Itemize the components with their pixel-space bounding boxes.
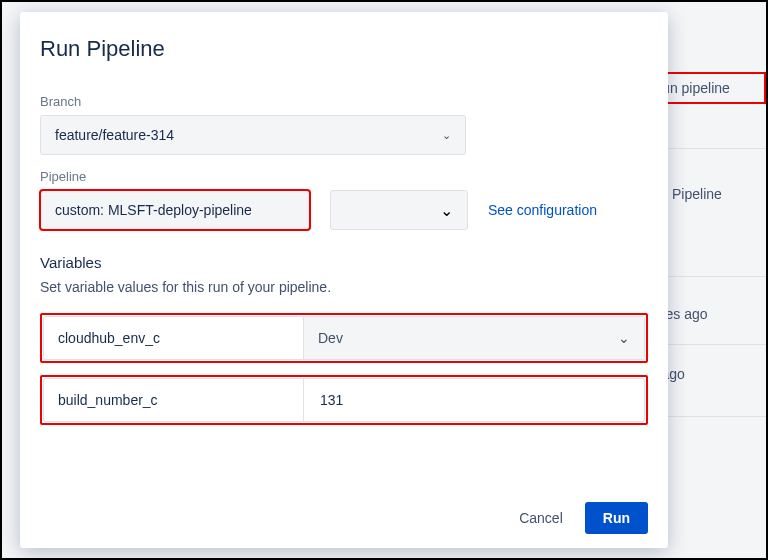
variables-subtext: Set variable values for this run of your… (40, 279, 648, 295)
pipeline-label: Pipeline (672, 186, 722, 202)
pipeline-value: custom: MLSFT-deploy-pipeline (55, 202, 252, 218)
chevron-down-icon: ⌄ (442, 129, 451, 142)
branch-value: feature/feature-314 (55, 127, 174, 143)
variable-value-input[interactable] (318, 391, 630, 409)
variable-row: build_number_c (43, 378, 645, 422)
modal-footer: Cancel Run (40, 492, 648, 534)
modal-title: Run Pipeline (40, 36, 648, 62)
variable-value-input-wrap (304, 379, 644, 421)
cancel-button[interactable]: Cancel (507, 502, 575, 534)
variable-row: cloudhub_env_c Dev ⌄ (43, 316, 645, 360)
variable-value: Dev (318, 330, 343, 346)
variable-name: cloudhub_env_c (44, 317, 304, 359)
branch-label: Branch (40, 94, 648, 109)
variable-name: build_number_c (44, 379, 304, 421)
variables-heading: Variables (40, 254, 648, 271)
chevron-down-icon: ⌄ (440, 201, 453, 220)
run-button[interactable]: Run (585, 502, 648, 534)
pipeline-label: Pipeline (40, 169, 648, 184)
branch-select[interactable]: feature/feature-314 ⌄ (40, 115, 466, 155)
pipeline-select-chevron-area[interactable]: ⌄ (330, 190, 468, 230)
chevron-down-icon: ⌄ (618, 330, 630, 346)
see-configuration-link[interactable]: See configuration (488, 202, 597, 218)
pipeline-select[interactable]: custom: MLSFT-deploy-pipeline (40, 190, 310, 230)
variable-value-select[interactable]: Dev ⌄ (304, 317, 644, 359)
run-pipeline-modal: Run Pipeline Branch feature/feature-314 … (20, 12, 668, 548)
